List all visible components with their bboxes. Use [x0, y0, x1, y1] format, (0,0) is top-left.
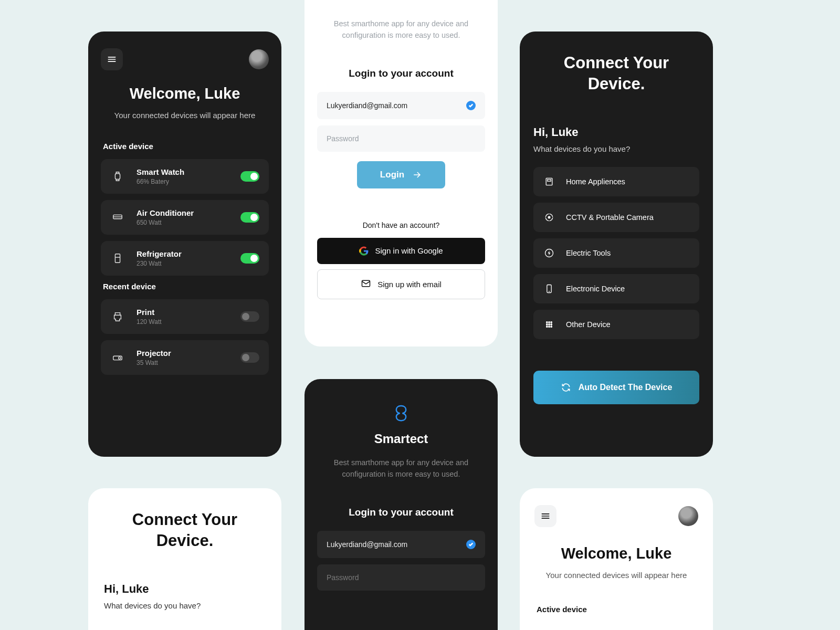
- password-input[interactable]: [327, 573, 476, 582]
- phone-icon: [544, 284, 554, 294]
- category-label: CCTV & Portable Camera: [566, 213, 654, 222]
- brand-tagline: Best smarthome app for any device and co…: [317, 18, 485, 41]
- recent-device-heading: Recent device: [103, 282, 269, 291]
- brand-tagline: Best smarthome app for any device and co…: [317, 457, 485, 480]
- fridge-icon: [112, 253, 123, 264]
- email-signup-label: Sign up with email: [377, 280, 442, 289]
- device-toggle[interactable]: [240, 253, 259, 264]
- device-toggle[interactable]: [240, 171, 259, 182]
- svg-point-15: [547, 323, 548, 325]
- category-label: Electronic Device: [566, 285, 625, 293]
- device-sub: 230 Watt: [136, 260, 240, 267]
- category-electric-tools[interactable]: Electric Tools: [533, 238, 699, 268]
- google-icon: [359, 246, 369, 256]
- device-name: Projector: [136, 349, 240, 358]
- password-field[interactable]: [317, 125, 485, 152]
- connect-hi: Hi, Luke: [104, 582, 266, 596]
- device-name: Smart Watch: [136, 167, 240, 176]
- google-signin-label: Sign in with Google: [375, 246, 443, 255]
- email-input[interactable]: [327, 101, 466, 110]
- menu-button[interactable]: [101, 48, 123, 70]
- check-icon: [466, 540, 476, 549]
- device-toggle[interactable]: [240, 311, 259, 322]
- projector-icon: [112, 352, 123, 363]
- mail-icon: [361, 278, 371, 289]
- device-name: Print: [136, 308, 240, 317]
- category-label: Home Appliences: [566, 177, 625, 186]
- device-row-air-conditioner[interactable]: Air Conditioner650 Watt: [101, 200, 269, 235]
- menu-button[interactable]: [534, 505, 556, 527]
- active-device-heading: Active device: [103, 142, 269, 151]
- email-field[interactable]: [317, 531, 485, 558]
- login-heading: Login to your account: [317, 68, 485, 79]
- device-toggle[interactable]: [240, 352, 259, 363]
- auto-detect-label: Auto Detect The Device: [579, 383, 673, 392]
- device-name: Air Conditioner: [136, 208, 240, 217]
- active-device-heading: Active device: [537, 605, 698, 614]
- camera-icon: [544, 212, 554, 223]
- category-label: Electric Tools: [566, 249, 611, 257]
- signup-question: Don't have an account?: [317, 221, 485, 229]
- email-input[interactable]: [327, 540, 466, 549]
- avatar[interactable]: [678, 506, 698, 526]
- hamburger-icon: [107, 54, 117, 65]
- device-sub: 66% Batery: [136, 178, 240, 185]
- category-other-device[interactable]: Other Device: [533, 310, 699, 339]
- connect-question: What devices do you have?: [104, 601, 266, 610]
- welcome-subtitle: Your connected devices will appear here: [101, 110, 269, 122]
- welcome-screen-dark: Welcome, Luke Your connected devices wil…: [88, 32, 281, 457]
- login-screen-light: Best smarthome app for any device and co…: [304, 0, 498, 346]
- device-row-projector[interactable]: Projector35 Watt: [101, 340, 269, 375]
- device-row-smart-watch[interactable]: Smart Watch66% Batery: [101, 159, 269, 194]
- auto-detect-button[interactable]: Auto Detect The Device: [533, 371, 699, 404]
- welcome-title: Welcome, Luke: [101, 85, 269, 102]
- printer-icon: [112, 311, 123, 322]
- device-row-refrigerator[interactable]: Refrigerator230 Watt: [101, 241, 269, 276]
- connect-hi: Hi, Luke: [533, 125, 699, 139]
- welcome-title: Welcome, Luke: [534, 545, 698, 562]
- svg-point-17: [551, 323, 552, 325]
- category-cctv[interactable]: CCTV & Portable Camera: [533, 203, 699, 232]
- svg-point-4: [119, 356, 121, 359]
- avatar[interactable]: [249, 49, 269, 69]
- refresh-icon: [561, 382, 571, 393]
- svg-point-19: [549, 326, 550, 328]
- svg-rect-7: [548, 179, 551, 181]
- device-row-print[interactable]: Print120 Watt: [101, 299, 269, 334]
- password-input[interactable]: [327, 134, 476, 143]
- ac-icon: [112, 212, 123, 223]
- connect-screen-dark: Connect Your Device. Hi, Luke What devic…: [520, 32, 713, 457]
- google-signin-button[interactable]: Sign in with Google: [317, 238, 485, 264]
- check-icon: [466, 101, 476, 110]
- login-screen-dark: Smartect Best smarthome app for any devi…: [304, 379, 498, 630]
- device-sub: 120 Watt: [136, 318, 240, 326]
- category-home-appliances[interactable]: Home Appliences: [533, 167, 699, 196]
- login-button-label: Login: [380, 170, 404, 180]
- hamburger-icon: [540, 511, 551, 521]
- device-toggle[interactable]: [240, 212, 259, 223]
- connect-title: Connect Your Device.: [533, 52, 699, 95]
- category-electronic-device[interactable]: Electronic Device: [533, 274, 699, 303]
- svg-point-18: [547, 326, 548, 328]
- email-field[interactable]: [317, 92, 485, 119]
- svg-rect-0: [115, 173, 120, 179]
- email-signup-button[interactable]: Sign up with email: [317, 269, 485, 299]
- device-sub: 650 Watt: [136, 219, 240, 226]
- home-icon: [544, 176, 554, 187]
- device-name: Refrigerator: [136, 249, 240, 258]
- arrow-right-icon: [412, 170, 422, 180]
- watch-icon: [112, 171, 123, 182]
- welcome-screen-light: Welcome, Luke Your connected devices wil…: [520, 488, 713, 630]
- login-button[interactable]: Login: [357, 161, 445, 188]
- svg-rect-2: [115, 254, 120, 262]
- svg-point-14: [551, 321, 552, 323]
- svg-point-13: [549, 321, 550, 323]
- device-sub: 35 Watt: [136, 359, 240, 366]
- svg-point-9: [548, 216, 551, 218]
- connect-screen-light: Connect Your Device. Hi, Luke What devic…: [88, 488, 281, 630]
- welcome-subtitle: Your connected devices will appear here: [534, 570, 698, 582]
- grid-icon: [544, 319, 554, 330]
- svg-point-20: [551, 326, 552, 328]
- svg-point-12: [547, 321, 548, 323]
- password-field[interactable]: [317, 564, 485, 591]
